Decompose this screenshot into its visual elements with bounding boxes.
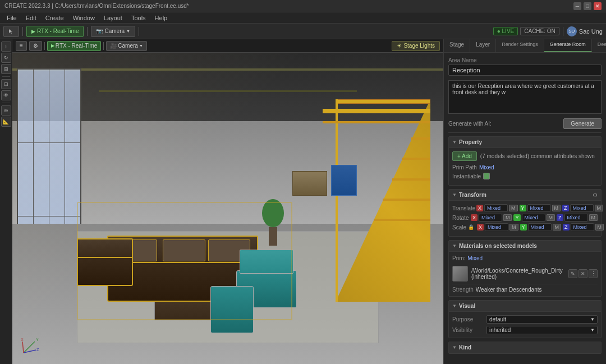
translate-y-m-button[interactable]: M [552,205,561,211]
materials-header[interactable]: ▼ Materials on selected models [449,241,601,252]
scale-tool-button[interactable]: ⊞ [1,64,11,74]
rotate-y-input[interactable] [522,214,545,222]
menu-create[interactable]: Create [41,13,68,22]
scale-z-m-button[interactable]: M [595,224,604,231]
measure-button[interactable]: 📐 [1,117,11,127]
menu-layout[interactable]: Layout [99,13,127,22]
menu-help[interactable]: Help [150,13,172,22]
tab-generate-room[interactable]: Generate Room [544,39,592,52]
property-title: Property [459,139,482,145]
scale-x-input[interactable] [485,223,508,231]
viewport-menu-button[interactable]: ≡ [16,41,27,51]
camera-button[interactable]: 📷 Camera ▼ [91,26,135,37]
purpose-select[interactable]: default ▼ [486,315,598,324]
tab-render-settings[interactable]: Render Settings [496,39,544,52]
generate-button[interactable]: Generate [563,118,602,129]
menu-window[interactable]: Window [68,13,99,22]
move-tool-button[interactable]: ↕ [1,42,11,52]
rtx-realtime-button[interactable]: ▶ RTX - Real-Time [47,41,101,51]
rotate-tool-button[interactable]: ↻ [1,53,11,63]
divider-1 [448,132,602,133]
transform-header[interactable]: ▼ Transform ⚙ [449,190,601,201]
translate-y-group: Y M [520,204,561,212]
toolbar-separator-4 [563,27,563,36]
toolbar: ▶ RTX - Real-Time 📷 Camera ▼ ● LIVE CACH… [0,24,606,39]
close-button[interactable]: ✕ [594,2,602,10]
property-section: ▼ Property + Add (7 models selected) com… [448,136,602,186]
translate-y-input[interactable] [527,204,551,212]
materials-chevron-icon: ▼ [452,243,457,248]
kind-header[interactable]: ▼ Kind [449,342,601,353]
tab-deepsearch[interactable]: DeepSearch Swap [592,39,606,52]
prompt-text[interactable]: this is our Reception area where we gree… [448,80,602,114]
rotate-z-input[interactable] [564,214,588,222]
translate-z-m-button[interactable]: M [595,205,604,211]
visibility-select[interactable]: inherited ▼ [486,326,598,334]
ry-axis-label: Y [513,214,520,221]
property-header[interactable]: ▼ Property [449,137,601,148]
select-tool-button-2[interactable]: ⊡ [1,79,11,89]
visual-body: Purpose default ▼ Visibility inherited ▼ [449,312,601,338]
svg-line-3 [22,342,24,353]
mat-delete-button[interactable]: ✕ [579,269,587,278]
translate-x-input[interactable] [484,204,508,212]
scale-x-group: X M [477,223,518,231]
translate-z-input[interactable] [570,204,594,212]
add-row: + Add (7 models selected) common attribu… [452,151,598,161]
scale-y-input[interactable] [528,223,552,231]
translate-x-m-button[interactable]: M [509,205,518,211]
rotate-x-m-button[interactable]: M [503,214,512,221]
rotate-y-group: Y M [513,214,555,222]
rtx-icon: ▶ [31,29,35,34]
rtx-mode-button[interactable]: ▶ RTX - Real-Time [26,26,84,37]
prim-path-row: Prim Path Mixed [452,164,598,171]
mat-edit-button[interactable]: ✎ [568,269,577,278]
minimize-button[interactable]: ─ [573,2,581,10]
scale-lock[interactable]: 🔒 [468,224,474,230]
prim-path-label: Prim Path [452,164,477,171]
purpose-label: Purpose [452,316,483,322]
visual-title: Visual [459,303,475,309]
area-name-value[interactable]: Reception [448,64,602,76]
strength-label: Strength [452,287,474,293]
tab-layer[interactable]: Layer [470,39,496,52]
stage-lights-button[interactable]: ☀ Stage Lights [392,41,440,51]
add-button[interactable]: + Add [452,151,477,161]
mat-mixed-value[interactable]: Mixed [467,255,483,261]
visual-header[interactable]: ▼ Visual [449,301,601,312]
translate-row: Translate X M Y M Z [452,204,598,212]
snap-button[interactable]: ⊕ [1,105,11,116]
view-tool-button[interactable]: 👁 [1,90,11,100]
app-title: CREATE 2022.3.3 | C:/Users/tmvians/OmniE… [4,3,189,9]
scale-row: Scale 🔒 X M Y M [452,223,598,231]
prim-path-value[interactable]: Mixed [479,164,494,171]
svg-text:Z: Z [36,348,39,352]
railing-bottom [323,121,430,123]
purpose-chevron-icon: ▼ [590,317,595,322]
transform-settings-icon[interactable]: ⚙ [593,192,598,198]
scale-x-m-button[interactable]: M [509,224,518,231]
viewport[interactable]: ≡ ⚙ ▶ RTX - Real-Time 🎥 Camera ▼ ☀ Stage… [12,39,443,364]
menu-tools[interactable]: Tools [127,13,150,22]
rotate-y-m-button[interactable]: M [547,214,556,221]
visibility-label: Visibility [452,327,483,333]
instanceable-checkbox[interactable] [483,173,490,179]
rotate-z-m-button[interactable]: M [589,214,598,221]
blue-box [331,165,357,196]
scale-z-input[interactable] [571,223,594,231]
select-tool-button[interactable] [3,26,19,37]
tab-stage[interactable]: Stage [444,39,470,52]
scale-y-m-button[interactable]: M [553,224,562,231]
property-body: + Add (7 models selected) common attribu… [449,148,601,185]
rotate-x-group: X M [471,214,512,222]
live-icon: ● [497,28,501,34]
area-name-field: Area Name Reception [448,57,602,76]
viewport-settings-button[interactable]: ⚙ [29,41,42,51]
camera-vp-button[interactable]: 🎥 Camera ▼ [106,41,147,51]
rotate-x-input[interactable] [479,214,502,222]
camera-icon: 📷 [96,28,103,34]
menu-edit[interactable]: Edit [21,13,41,22]
mat-more-button[interactable]: ⋮ [589,269,598,278]
menu-file[interactable]: File [2,13,21,22]
maximize-button[interactable]: □ [584,2,591,10]
